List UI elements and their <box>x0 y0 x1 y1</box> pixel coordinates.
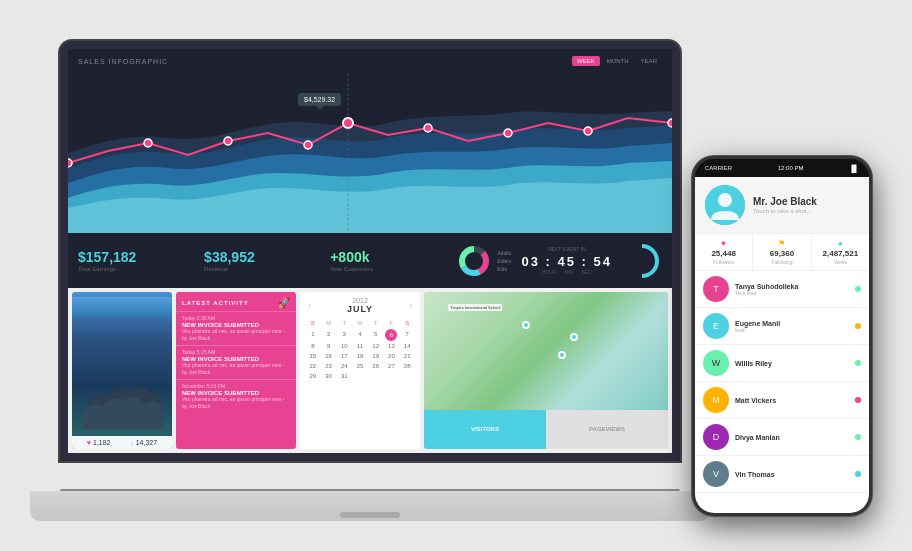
cal-day-22[interactable]: 22 <box>305 361 321 371</box>
contact-item-willis[interactable]: W Willis Riley <box>695 345 869 382</box>
contact-item-divya[interactable]: D Divya Manian <box>695 419 869 456</box>
contact-name-eugene: Eugene Manil <box>735 320 849 327</box>
cal-day-14[interactable]: 14 <box>399 341 415 351</box>
contact-status-eugene <box>855 323 861 329</box>
followers-label: Followers <box>697 259 750 265</box>
contact-list: T Tanya Suhodolieka Tech lead E Eugene M… <box>695 271 869 513</box>
cal-day-1[interactable]: 1 <box>305 329 321 341</box>
contact-status-willis <box>855 360 861 366</box>
contact-status-matt <box>855 397 861 403</box>
activity-date-1: Today 2:30 AM <box>182 315 290 321</box>
svg-point-8 <box>668 119 672 127</box>
customers-value: +800k <box>330 249 446 265</box>
phone-stat-views: ● 2,487,521 Views <box>812 234 869 270</box>
cal-day-24[interactable]: 24 <box>336 361 352 371</box>
photo-bg <box>72 292 172 449</box>
total-earnings-label: Total Earnings <box>78 266 194 272</box>
contact-info-matt: Matt Vickers <box>735 397 849 404</box>
day-header-w: W <box>352 319 368 327</box>
contact-name-divya: Divya Manian <box>735 434 849 441</box>
cal-day-2[interactable]: 2 <box>321 329 337 341</box>
cal-day-27[interactable]: 27 <box>384 361 400 371</box>
laptop-notch <box>340 512 400 518</box>
map-dot-2 <box>558 351 566 359</box>
photo-downloads: ↓ 14,327 <box>130 439 157 446</box>
cal-prev-button[interactable]: ‹ <box>308 300 311 311</box>
cal-day-10[interactable]: 10 <box>336 341 352 351</box>
cal-day-3[interactable]: 3 <box>336 329 352 341</box>
contact-role-tanya: Tech lead <box>735 290 849 296</box>
views-label: Views <box>814 259 867 265</box>
calendar-header: ‹ 2012 JULY › <box>300 292 420 319</box>
cal-day-28[interactable]: 28 <box>399 361 415 371</box>
cal-day-18[interactable]: 18 <box>352 351 368 361</box>
views-value: 2,487,521 <box>814 249 867 258</box>
contact-item-eugene[interactable]: E Eugene Manil lead <box>695 308 869 345</box>
cal-month-year: 2012 JULY <box>347 297 373 314</box>
cal-day-7[interactable]: 7 <box>399 329 415 341</box>
contact-avatar-eugene: E <box>703 313 729 339</box>
customers-stat: +800k New Customers <box>330 249 446 272</box>
cal-day-31[interactable]: 31 <box>336 371 352 381</box>
timer-stat: NEXT EVENT IN 03 : 45 : 54 HOUR MIN <box>521 246 612 275</box>
customers-label: New Customers <box>330 266 446 272</box>
tab-week[interactable]: WEEK <box>572 56 600 66</box>
cal-day-20[interactable]: 20 <box>384 351 400 361</box>
cal-day-16[interactable]: 16 <box>321 351 337 361</box>
profile-header: Mr. Joe Black Touch to take a shot... <box>695 177 869 233</box>
day-header-s1: S <box>305 319 321 327</box>
photo-widget: ♥ 1,182 ↓ 14,327 <box>72 292 172 449</box>
photo-likes: ♥ 1,182 <box>87 439 111 446</box>
contact-item-tanya[interactable]: T Tanya Suhodolieka Tech lead <box>695 271 869 308</box>
phone-carrier: CARRIER <box>705 165 732 171</box>
visitors-tab[interactable]: VISITORS <box>424 410 546 449</box>
revenue-label: Revenue <box>204 266 320 272</box>
cal-day-5[interactable]: 5 <box>368 329 384 341</box>
dashboard: SALES INFOGRAPHIC WEEK MONTH YEAR $4,529… <box>68 49 672 453</box>
cal-day-8[interactable]: 8 <box>305 341 321 351</box>
cal-next-button[interactable]: › <box>409 300 412 311</box>
pageviews-tab[interactable]: PAGEVIEWS <box>546 410 668 449</box>
following-value: 69,360 <box>755 249 808 258</box>
contact-status-tanya <box>855 286 861 292</box>
cal-day-4[interactable]: 4 <box>352 329 368 341</box>
day-header-f: F <box>384 319 400 327</box>
map-dot-1 <box>522 321 530 329</box>
total-earnings-stat: $157,182 Total Earnings <box>78 249 194 272</box>
donut-chart <box>456 243 492 279</box>
contact-name-vin: Vin Thomas <box>735 471 849 478</box>
cal-day-23[interactable]: 23 <box>321 361 337 371</box>
cal-day-15[interactable]: 15 <box>305 351 321 361</box>
contact-status-vin <box>855 471 861 477</box>
heart-icon: ♥ <box>87 439 91 446</box>
cal-day-30[interactable]: 30 <box>321 371 337 381</box>
cal-day-29[interactable]: 29 <box>305 371 321 381</box>
cal-day-11[interactable]: 11 <box>352 341 368 351</box>
cal-day-12[interactable]: 12 <box>368 341 384 351</box>
tab-year[interactable]: YEAR <box>636 56 662 66</box>
cal-day-26[interactable]: 26 <box>368 361 384 371</box>
contact-avatar-tanya: T <box>703 276 729 302</box>
day-header-s2: S <box>399 319 415 327</box>
contact-role-eugene: lead <box>735 327 849 333</box>
cal-day-13[interactable]: 13 <box>384 341 400 351</box>
total-earnings-value: $157,182 <box>78 249 194 265</box>
donut-labels: Adults Elders Kids <box>497 249 511 273</box>
day-header-t2: T <box>368 319 384 327</box>
timer-value: 03 : 45 : 54 <box>521 254 612 269</box>
svg-point-1 <box>144 139 152 147</box>
cal-day-21[interactable]: 21 <box>399 351 415 361</box>
map-widget: Tanya's International School VISITORS PA… <box>424 292 668 449</box>
contact-item-vin[interactable]: V Vin Thomas <box>695 456 869 493</box>
cal-day-6-today[interactable]: 6 <box>385 329 397 341</box>
cal-day-25[interactable]: 25 <box>352 361 368 371</box>
cal-day-17[interactable]: 17 <box>336 351 352 361</box>
activity-date-2: Today 5:15 AM <box>182 349 290 355</box>
tab-month[interactable]: MONTH <box>602 56 634 66</box>
donut-label-kids: Kids <box>497 265 511 273</box>
cal-day-9[interactable]: 9 <box>321 341 337 351</box>
contact-info-eugene: Eugene Manil lead <box>735 320 849 333</box>
cal-day-19[interactable]: 19 <box>368 351 384 361</box>
contact-item-matt[interactable]: M Matt Vickers <box>695 382 869 419</box>
calendar-days-header: S M T W T F S <box>305 319 415 327</box>
